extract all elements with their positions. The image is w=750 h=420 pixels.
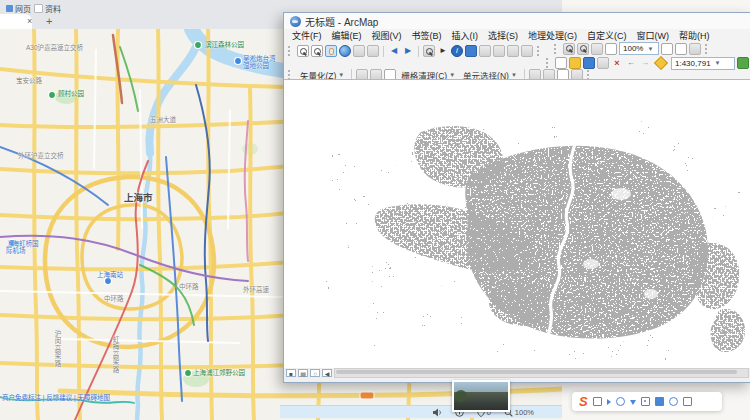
menu-view[interactable]: 视图(V)	[372, 29, 402, 42]
zoom-in-tool-icon[interactable]	[297, 45, 309, 57]
layout-zoom-out-icon[interactable]	[577, 43, 589, 55]
tab-label: 网页	[15, 3, 31, 14]
toolbar-grip[interactable]	[587, 70, 592, 80]
map-label-station: 上海南站	[97, 271, 123, 278]
hyperlink-icon[interactable]	[465, 45, 477, 57]
zoom-level-value: 100%	[515, 408, 534, 417]
add-data-icon[interactable]	[654, 56, 668, 70]
chevron-down-icon: ▼	[647, 46, 653, 52]
map-label: 沪闵高架路	[54, 330, 61, 368]
toolbar-grip[interactable]	[705, 44, 710, 54]
focus-dataframe-icon[interactable]	[675, 43, 687, 55]
layout-toolbar: 100%▼	[552, 42, 712, 55]
forward-extent-icon[interactable]: ▶	[402, 45, 414, 57]
map-footer-links[interactable]: 商户免费标注 | 反馈建议 | 无障碍地图	[2, 392, 110, 402]
zoom-whole-page-icon[interactable]	[605, 43, 617, 55]
map-label: 中环路	[179, 283, 199, 290]
streetview-thumbnail[interactable]	[452, 380, 510, 412]
map-label: 外环沪嘉立交桥	[18, 152, 64, 159]
toolbar-grip[interactable]	[288, 70, 293, 80]
arcmap-title: 无标题 - ArcMap	[305, 14, 378, 29]
arcmap-menubar: 文件(F) 编辑(E) 视图(V) 书签(B) 插入(I) 选择(S) 地理处理…	[284, 29, 750, 43]
arcmap-bottom-bar: ■ ▤ ○ ◀	[284, 368, 750, 378]
toolbar-grip[interactable]	[288, 46, 293, 56]
monitor-icon[interactable]	[593, 397, 602, 406]
zoom-out-tool-icon[interactable]	[311, 45, 323, 57]
tab-favicon	[34, 4, 43, 13]
measure-icon[interactable]	[493, 45, 505, 57]
cursor-icon[interactable]	[607, 399, 611, 405]
toolbar-grip[interactable]	[546, 58, 551, 68]
map-scale-combo[interactable]: 1:430,791▼	[671, 57, 735, 70]
fixed-zoom-out-icon[interactable]	[367, 45, 379, 57]
sunlogin-logo: S	[579, 393, 588, 410]
redo-icon[interactable]: →	[639, 57, 651, 69]
menu-insert[interactable]: 插入(I)	[452, 29, 479, 42]
arcmap-statusbar	[284, 378, 750, 382]
overlay-status-bar: 0 100%	[280, 405, 562, 418]
menu-customize[interactable]: 自定义(C)	[587, 29, 627, 42]
change-layout-icon[interactable]	[689, 43, 701, 55]
undo-icon[interactable]: ←	[625, 57, 637, 69]
menu-edit[interactable]: 编辑(E)	[332, 29, 362, 42]
arcmap-app-icon	[290, 16, 301, 27]
browser-tab-1[interactable]: 网页	[6, 3, 31, 14]
full-extent-icon[interactable]	[339, 45, 351, 57]
data-view-button[interactable]: ■	[286, 369, 296, 377]
clipboard-icon[interactable]	[655, 397, 664, 406]
layout-view-button[interactable]: ▤	[298, 369, 308, 377]
map-label-poi: 上海虹桥国际机场	[6, 240, 44, 254]
refresh-view-button[interactable]: ○	[310, 369, 320, 377]
pause-drawing-button[interactable]: ◀	[322, 369, 332, 377]
editor-icon[interactable]	[737, 57, 749, 69]
map-label-park: 滨江森林公园	[205, 41, 244, 48]
find-icon[interactable]	[507, 45, 519, 57]
menu-help[interactable]: 帮助(H)	[679, 29, 710, 42]
layout-zoom-in-icon[interactable]	[563, 43, 575, 55]
screenshot-icon[interactable]	[641, 397, 650, 406]
fixed-zoom-in-icon[interactable]	[353, 45, 365, 57]
scrollbar-thumb[interactable]	[336, 370, 737, 374]
menu-file[interactable]: 文件(F)	[292, 29, 322, 42]
map-label: 虹梅高架路	[112, 336, 119, 374]
toolbar-grip[interactable]	[554, 44, 559, 54]
select-features-icon[interactable]: ►	[437, 45, 449, 57]
download-icon[interactable]	[630, 400, 636, 405]
goto-xy-icon[interactable]	[521, 45, 533, 57]
new-tab-icon[interactable]: +	[46, 15, 52, 28]
speaker-icon	[432, 408, 442, 417]
map-label: 中环路	[104, 295, 124, 302]
toolbar-grip[interactable]	[537, 46, 542, 56]
menu-geoprocessing[interactable]: 地理处理(G)	[528, 29, 577, 42]
delete-icon[interactable]: ×	[611, 57, 623, 69]
user-icon[interactable]	[669, 397, 678, 406]
menu-windows[interactable]: 窗口(W)	[637, 29, 670, 42]
print-icon[interactable]	[597, 57, 609, 69]
horizontal-scrollbar[interactable]	[334, 368, 749, 378]
layout-pan-icon[interactable]	[591, 43, 603, 55]
toggle-draft-icon[interactable]	[661, 43, 673, 55]
layout-zoom-value: 100%	[623, 44, 643, 53]
desktop: 网页 资料 × +	[0, 0, 750, 420]
arcmap-data-view[interactable]	[284, 79, 750, 369]
identify-icon[interactable]	[451, 45, 463, 57]
volume-control[interactable]	[432, 408, 442, 417]
zoom-dropdown-icon[interactable]	[423, 45, 435, 57]
back-extent-icon[interactable]: ◀	[388, 45, 400, 57]
map-label-poi: 吴淞炮台湾湿地公园	[243, 55, 279, 69]
arcmap-window: 无标题 - ArcMap 文件(F) 编辑(E) 视图(V) 书签(B) 插入(…	[283, 12, 750, 383]
menu-selection[interactable]: 选择(S)	[488, 29, 518, 42]
map-label-city: 上海市	[124, 194, 153, 201]
pan-tool-icon[interactable]	[325, 45, 337, 57]
tab-close-icon[interactable]: ×	[27, 16, 32, 26]
map-label: A30沪嘉高速立交桥	[26, 44, 83, 51]
browser-tab-2[interactable]: 资料	[34, 3, 61, 14]
html-popup-icon[interactable]	[479, 45, 491, 57]
tab-favicon	[6, 5, 13, 12]
arcmap-titlebar[interactable]: 无标题 - ArcMap	[284, 13, 750, 30]
menu-bookmarks[interactable]: 书签(B)	[412, 29, 442, 42]
chevron-down-icon: ▼	[511, 72, 517, 78]
settings-icon[interactable]	[683, 397, 692, 406]
globe-icon[interactable]	[616, 397, 625, 406]
layout-zoom-combo[interactable]: 100%▼	[619, 42, 659, 55]
